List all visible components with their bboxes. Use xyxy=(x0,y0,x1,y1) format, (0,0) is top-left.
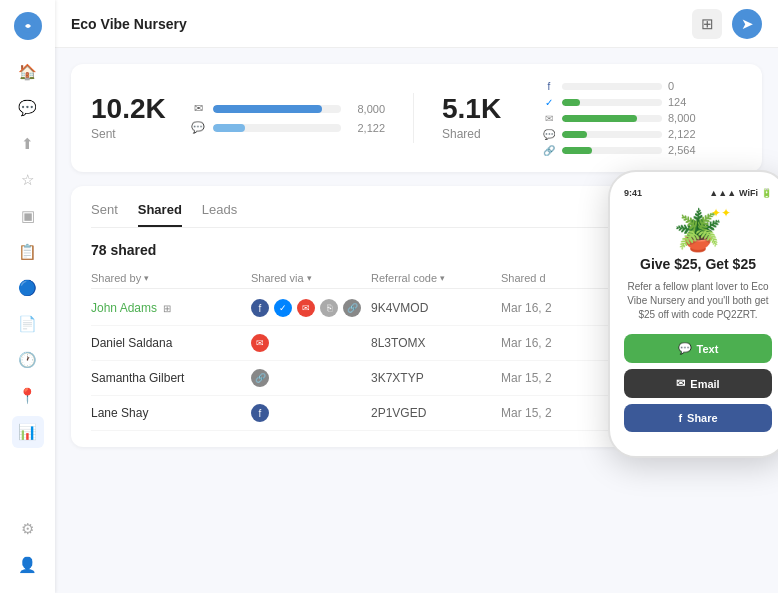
th-referral-code[interactable]: Referral code ▾ xyxy=(371,272,501,284)
sort-arrow-by: ▾ xyxy=(144,273,149,283)
tab-shared[interactable]: Shared xyxy=(138,202,182,227)
phone-text-button[interactable]: 💬 Text xyxy=(624,334,772,363)
sidebar-logo[interactable] xyxy=(14,12,42,40)
right-bar-track-check xyxy=(562,99,662,106)
sidebar-icon-star[interactable]: ☆ xyxy=(12,164,44,196)
sidebar-icon-pin[interactable]: 📍 xyxy=(12,380,44,412)
shared-value: 5.1K xyxy=(442,95,501,123)
cell-via-0: f ✓ ✉ ⎘ 🔗 xyxy=(251,299,371,317)
right-bar-val-check: 124 xyxy=(668,96,704,108)
row-2-name[interactable]: Samantha Gilbert xyxy=(91,371,184,385)
via-msg-icon: ✓ xyxy=(274,299,292,317)
sidebar-icon-home[interactable]: 🏠 xyxy=(12,56,44,88)
tab-sent[interactable]: Sent xyxy=(91,202,118,227)
sidebar-icon-settings[interactable]: ⚙ xyxy=(12,513,44,545)
stats-card: 10.2K Sent ✉ 8,000 💬 2,122 5.1K Sha xyxy=(71,64,762,172)
row-3-name[interactable]: Lane Shay xyxy=(91,406,148,420)
phone-status-bar: 9:41 ▲▲▲ WiFi 🔋 xyxy=(624,188,772,198)
right-bar-val-email: 8,000 xyxy=(668,112,704,124)
sidebar-icon-grid[interactable]: ▣ xyxy=(12,200,44,232)
phone-offer-desc: Refer a fellow plant lover to Eco Vibe N… xyxy=(624,280,772,322)
via-link-icon: 🔗 xyxy=(343,299,361,317)
share-btn-label: Share xyxy=(687,412,718,424)
row-1-name[interactable]: Daniel Saldana xyxy=(91,336,172,350)
fb-icon: f xyxy=(542,81,556,92)
link-icon: 🔗 xyxy=(542,145,556,156)
via-email-icon: ✉ xyxy=(297,299,315,317)
via-email-icon-1: ✉ xyxy=(251,334,269,352)
right-bar-fill-check xyxy=(562,99,580,106)
chat-bar-fill xyxy=(213,124,245,132)
email-btn-label: Email xyxy=(690,378,719,390)
sent-value: 10.2K xyxy=(91,95,166,123)
sidebar-icon-clock[interactable]: 🕐 xyxy=(12,344,44,376)
sent-label: Sent xyxy=(91,127,116,141)
sidebar-icon-circle[interactable]: 🔵 xyxy=(12,272,44,304)
row-0-name[interactable]: John Adams xyxy=(91,301,157,315)
flower-container: 🪴 ✦✦ xyxy=(673,210,723,256)
chat-icon: 💬 xyxy=(191,121,205,134)
send-button[interactable]: ➤ xyxy=(732,9,762,39)
phone-email-button[interactable]: ✉ Email xyxy=(624,369,772,398)
email-icon: ✉ xyxy=(191,102,205,115)
cell-ref-3: 2P1VGED xyxy=(371,406,501,420)
cell-ref-2: 3K7XTYP xyxy=(371,371,501,385)
sidebar-icon-list[interactable]: 📋 xyxy=(12,236,44,268)
sparkle-icon: ✦✦ xyxy=(711,206,731,220)
sidebar-icon-doc[interactable]: 📄 xyxy=(12,308,44,340)
email-bar-track xyxy=(213,105,341,113)
phone-content: 🪴 ✦✦ Give $25, Get $25 Refer a fellow pl… xyxy=(624,210,772,432)
right-bar-track-link xyxy=(562,147,662,154)
sidebar-icon-chat[interactable]: 💬 xyxy=(12,92,44,124)
th-shared-by[interactable]: Shared by ▾ xyxy=(91,272,251,284)
bar-row-email: ✉ 8,000 xyxy=(191,102,385,115)
wifi-icon: WiFi xyxy=(739,188,758,198)
stats-divider xyxy=(413,93,414,143)
right-bar-check: ✓ 124 xyxy=(542,96,742,108)
signal-icon: ▲▲▲ xyxy=(709,188,736,198)
sidebar-icon-user[interactable]: 👤 xyxy=(12,549,44,581)
right-bar-fill-link xyxy=(562,147,592,154)
right-bar-val-link: 2,564 xyxy=(668,144,704,156)
tab-leads[interactable]: Leads xyxy=(202,202,237,227)
email-bar-value: 8,000 xyxy=(349,103,385,115)
grid-view-button[interactable]: ⊞ xyxy=(692,9,722,39)
email-btn-icon: ✉ xyxy=(676,377,685,390)
right-bar-track-msg xyxy=(562,131,662,138)
cell-ref-1: 8L3TOMX xyxy=(371,336,501,350)
phone-time: 9:41 xyxy=(624,188,642,198)
phone-mockup: 9:41 ▲▲▲ WiFi 🔋 🪴 ✦✦ Give $25, Get $25 R… xyxy=(608,170,778,458)
th-shared-via[interactable]: Shared via ▾ xyxy=(251,272,371,284)
phone-share-button[interactable]: f Share xyxy=(624,404,772,432)
sidebar: 🏠 💬 ⬆ ☆ ▣ 📋 🔵 📄 🕐 📍 📊 ⚙ 👤 xyxy=(0,0,55,593)
topbar-actions: ⊞ ➤ xyxy=(692,9,762,39)
sort-arrow-via: ▾ xyxy=(307,273,312,283)
share-btn-icon: f xyxy=(678,412,682,424)
right-stats: f 0 ✓ 124 ✉ 8,000 💬 xyxy=(542,80,742,156)
right-bar-fb: f 0 xyxy=(542,80,742,92)
via-copy-icon: ⎘ xyxy=(320,299,338,317)
check-icon: ✓ xyxy=(542,97,556,108)
right-bar-email2: ✉ 8,000 xyxy=(542,112,742,124)
cell-via-2: 🔗 xyxy=(251,369,371,387)
right-bar-msg: 💬 2,122 xyxy=(542,128,742,140)
sort-arrow-ref: ▾ xyxy=(440,273,445,283)
bar-row-chat: 💬 2,122 xyxy=(191,121,385,134)
right-bar-track-fb xyxy=(562,83,662,90)
chat-bar-track xyxy=(213,124,341,132)
chat-bar-value: 2,122 xyxy=(349,122,385,134)
cell-via-1: ✉ xyxy=(251,334,371,352)
cell-via-3: f xyxy=(251,404,371,422)
cell-ref-0: 9K4VMOD xyxy=(371,301,501,315)
text-btn-icon: 💬 xyxy=(678,342,692,355)
msg-icon: 💬 xyxy=(542,129,556,140)
sidebar-icon-chart[interactable]: 📊 xyxy=(12,416,44,448)
right-bar-fill-email xyxy=(562,115,637,122)
right-bar-fill-msg xyxy=(562,131,587,138)
right-bar-val-msg: 2,122 xyxy=(668,128,704,140)
sent-bars: ✉ 8,000 💬 2,122 xyxy=(191,102,385,134)
sidebar-icon-upload[interactable]: ⬆ xyxy=(12,128,44,160)
shared-label: Shared xyxy=(442,127,481,141)
right-bar-link: 🔗 2,564 xyxy=(542,144,742,156)
right-bar-val-fb: 0 xyxy=(668,80,704,92)
